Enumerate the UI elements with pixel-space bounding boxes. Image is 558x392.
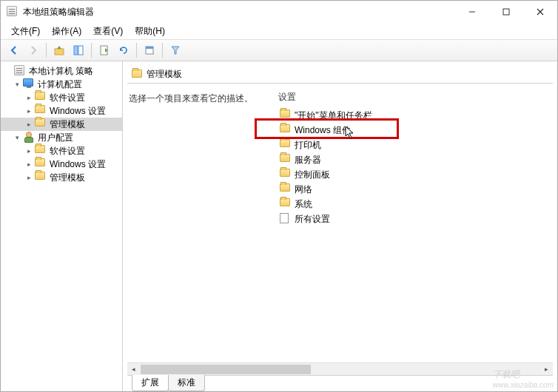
path-header: 管理模板: [127, 66, 553, 84]
tree-label: 本地计算机 策略: [29, 65, 93, 78]
folder-icon: [280, 169, 292, 180]
folder-icon: [35, 145, 47, 157]
folder-icon: [35, 172, 47, 183]
tree-item-software-settings[interactable]: ▸ 软件设置: [1, 91, 122, 104]
tree-label: Windows 设置: [50, 105, 106, 118]
titlebar: 本地组策略编辑器: [1, 1, 557, 23]
chevron-right-icon[interactable]: ▸: [24, 107, 33, 115]
description-pane: 选择一个项目来查看它的描述。: [127, 89, 275, 359]
user-icon: [23, 132, 35, 143]
list-item[interactable]: "开始"菜单和任务栏: [275, 108, 553, 123]
svg-rect-6: [78, 46, 83, 55]
scroll-thumb[interactable]: [141, 365, 311, 374]
menu-action[interactable]: 操作(A): [46, 24, 87, 39]
tree-item-user-admin[interactable]: ▸ 管理模板: [1, 171, 122, 184]
tree-item-admin-templates[interactable]: ▸ 管理模板: [1, 118, 122, 131]
up-button[interactable]: [50, 41, 68, 59]
tree-item-windows-settings[interactable]: ▸ Windows 设置: [1, 104, 122, 118]
watermark: 下载吧 www.xiazaiba.com: [493, 365, 554, 389]
list-item[interactable]: 打印机: [275, 138, 553, 152]
menu-view[interactable]: 查看(V): [87, 24, 129, 39]
chevron-right-icon[interactable]: ▸: [24, 146, 33, 155]
tree-item-user-software[interactable]: ▸ 软件设置: [1, 144, 122, 158]
refresh-button[interactable]: [115, 41, 132, 59]
list-item-label: 控制面板: [295, 169, 330, 181]
tree-label: 软件设置: [50, 145, 85, 158]
folder-icon: [35, 118, 47, 130]
forward-button[interactable]: [24, 41, 42, 59]
tree-item-user-windows[interactable]: ▸ Windows 设置: [1, 158, 122, 171]
app-icon: [7, 6, 19, 18]
list-item-label: 打印机: [295, 139, 321, 152]
tree-label: 计算机配置: [38, 78, 82, 91]
tree-user-config[interactable]: ▾ 用户配置: [1, 131, 122, 144]
list-item[interactable]: 服务器: [275, 152, 553, 167]
folder-icon: [132, 70, 142, 80]
settings-icon: [280, 213, 292, 225]
tab-standard[interactable]: 标准: [168, 375, 205, 391]
policy-icon: [14, 65, 26, 77]
list-item-label: 系统: [295, 198, 312, 211]
export-button[interactable]: [95, 41, 113, 59]
watermark-sub: www.xiazaiba.com: [493, 381, 554, 389]
navigation-tree[interactable]: 本地计算机 策略 ▾ 计算机配置 ▸ 软件设置 ▸ Windows 设置 ▸ 管…: [1, 61, 123, 391]
chevron-down-icon[interactable]: ▾: [13, 80, 21, 89]
folder-icon: [35, 92, 47, 104]
list-item-label: 服务器: [295, 154, 321, 166]
folder-icon: [35, 105, 47, 117]
filter-button[interactable]: [167, 41, 184, 59]
svg-rect-9: [146, 47, 153, 49]
menu-help[interactable]: 帮助(H): [129, 24, 171, 39]
properties-button[interactable]: [141, 41, 158, 59]
list-item-label: 所有设置: [295, 213, 330, 226]
tree-computer-config[interactable]: ▾ 计算机配置: [1, 78, 122, 91]
svg-rect-1: [503, 9, 509, 15]
svg-rect-5: [74, 46, 78, 55]
close-button[interactable]: [523, 1, 557, 23]
tab-extended[interactable]: 扩展: [132, 375, 169, 391]
list-item-label: Windows 组件: [295, 124, 351, 137]
folder-icon: [280, 109, 292, 121]
path-label: 管理模板: [147, 68, 182, 81]
list-item[interactable]: 网络: [275, 182, 553, 197]
folder-icon: [35, 158, 47, 170]
maximize-button[interactable]: [489, 1, 523, 23]
list-item-label: 网络: [295, 183, 312, 196]
scroll-left-button[interactable]: ◂: [127, 363, 140, 376]
tree-label: Windows 设置: [50, 158, 106, 171]
settings-list[interactable]: 设置 "开始"菜单和任务栏Windows 组件打印机服务器控制面板网络系统所有设…: [275, 89, 553, 359]
column-header-setting[interactable]: 设置: [275, 89, 553, 108]
menubar: 文件(F) 操作(A) 查看(V) 帮助(H): [1, 23, 557, 39]
horizontal-scrollbar[interactable]: ◂ ▸: [127, 362, 553, 375]
tree-label: 管理模板: [50, 118, 85, 131]
chevron-right-icon[interactable]: ▸: [24, 93, 33, 102]
tree-label: 用户配置: [38, 132, 73, 144]
folder-icon: [280, 139, 292, 151]
list-item[interactable]: 系统: [275, 197, 553, 212]
folder-icon: [280, 154, 292, 166]
list-item[interactable]: 控制面板: [275, 167, 553, 182]
view-tabs: 扩展 标准: [127, 375, 553, 391]
chevron-down-icon[interactable]: [4, 67, 13, 75]
list-item-label: "开始"菜单和任务栏: [295, 109, 372, 122]
chevron-right-icon[interactable]: ▸: [24, 120, 33, 129]
toolbar: [1, 39, 557, 61]
chevron-right-icon[interactable]: ▸: [24, 173, 33, 182]
tree-label: 管理模板: [50, 172, 85, 184]
description-text: 选择一个项目来查看它的描述。: [129, 92, 269, 105]
minimize-button[interactable]: [455, 1, 489, 23]
computer-icon: [23, 78, 35, 90]
tree-root[interactable]: 本地计算机 策略: [1, 64, 122, 78]
chevron-down-icon[interactable]: ▾: [13, 133, 21, 142]
list-item[interactable]: Windows 组件: [275, 123, 553, 138]
show-hide-tree-button[interactable]: [70, 41, 87, 59]
list-item[interactable]: 所有设置: [275, 212, 553, 226]
folder-icon: [280, 183, 292, 195]
chevron-right-icon[interactable]: ▸: [24, 160, 33, 169]
back-button[interactable]: [5, 41, 23, 59]
folder-icon: [280, 198, 292, 210]
svg-rect-4: [55, 49, 64, 55]
menu-file[interactable]: 文件(F): [5, 24, 46, 39]
watermark-main: 下载吧: [493, 369, 520, 379]
window-title: 本地组策略编辑器: [23, 6, 455, 18]
